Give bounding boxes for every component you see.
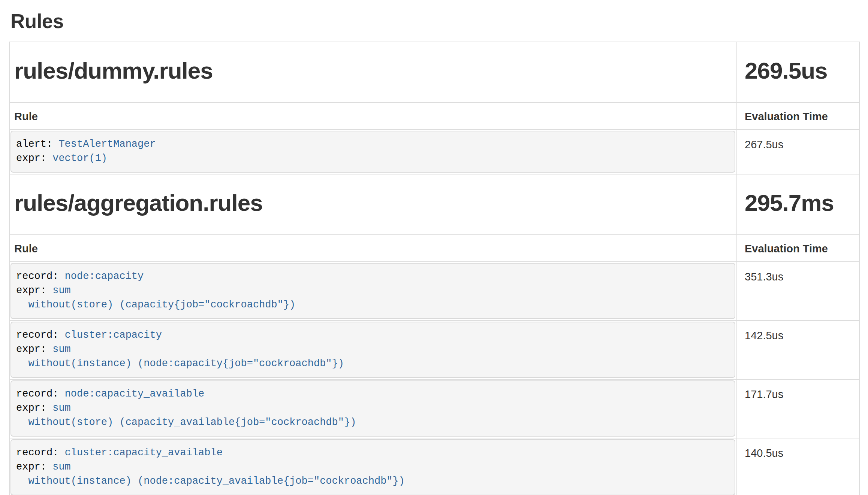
rule-cell: record: node:capacity_available expr: su…: [9, 379, 737, 438]
evaluation-time-column-header: Evaluation Time: [737, 235, 859, 262]
rule-column-header: Rule: [9, 235, 737, 262]
rule-keyword: record:: [16, 271, 65, 282]
rule-link[interactable]: TestAlertManager: [58, 139, 156, 150]
rule-row: record: node:capacity expr: sum without(…: [9, 262, 859, 321]
rule-definition: record: cluster:capacity expr: sum witho…: [10, 322, 735, 378]
rule-link[interactable]: sum without(instance) (node:capacity_ava…: [16, 461, 405, 487]
rules-table: rules/dummy.rules 269.5us Rule Evaluatio…: [9, 42, 860, 495]
rule-link[interactable]: vector(1): [52, 153, 107, 164]
rule-group-evaluation-time: 269.5us: [745, 57, 859, 85]
rule-row: record: cluster:capacity_available expr:…: [9, 438, 859, 495]
column-header-row: Rule Evaluation Time: [9, 103, 859, 130]
rule-link[interactable]: sum without(instance) (node:capacity{job…: [16, 344, 344, 369]
rule-cell: alert: TestAlertManager expr: vector(1): [9, 130, 737, 174]
rule-group-evaluation-time-cell: 295.7ms: [737, 174, 859, 235]
rule-cell: record: cluster:capacity expr: sum witho…: [9, 321, 737, 379]
rule-link[interactable]: sum without(store) (capacity_available{j…: [16, 403, 356, 428]
rule-group-name: rules/aggregation.rules: [14, 189, 736, 217]
rule-keyword: alert:: [16, 139, 58, 150]
rule-evaluation-time: 171.7us: [737, 379, 859, 438]
rule-evaluation-time: 140.5us: [737, 438, 859, 495]
rule-row: alert: TestAlertManager expr: vector(1) …: [9, 130, 859, 174]
rule-row: record: node:capacity_available expr: su…: [9, 379, 859, 438]
rule-keyword: expr:: [16, 461, 52, 473]
rule-keyword: expr:: [16, 344, 52, 355]
rule-definition: record: node:capacity expr: sum without(…: [10, 263, 735, 319]
rule-group-name-cell: rules/dummy.rules: [9, 42, 737, 103]
rule-keyword: expr:: [16, 153, 52, 164]
rule-link[interactable]: node:capacity: [65, 271, 144, 282]
rule-link[interactable]: cluster:capacity_available: [65, 447, 223, 458]
rule-group-header-row: rules/aggregation.rules 295.7ms: [9, 174, 859, 235]
rule-keyword: expr:: [16, 403, 52, 414]
rule-evaluation-time: 142.5us: [737, 321, 859, 379]
rule-definition: record: node:capacity_available expr: su…: [10, 380, 735, 437]
page-title: Rules: [10, 10, 859, 33]
rule-group-evaluation-time: 295.7ms: [745, 189, 859, 217]
rule-group-name: rules/dummy.rules: [14, 57, 736, 85]
rules-page: Rules rules/dummy.rules 269.5us Rule Eva…: [0, 10, 868, 495]
rule-column-header: Rule: [9, 103, 737, 130]
rule-keyword: expr:: [16, 285, 52, 296]
rule-link[interactable]: cluster:capacity: [65, 330, 162, 341]
rule-link[interactable]: sum without(store) (capacity{job="cockro…: [16, 285, 295, 310]
evaluation-time-column-header: Evaluation Time: [737, 103, 859, 130]
column-header-row: Rule Evaluation Time: [9, 235, 859, 262]
rule-cell: record: cluster:capacity_available expr:…: [9, 438, 737, 495]
rule-keyword: record:: [16, 330, 65, 341]
rule-row: record: cluster:capacity expr: sum witho…: [9, 321, 859, 379]
rule-evaluation-time: 351.3us: [737, 262, 859, 321]
rule-evaluation-time: 267.5us: [737, 130, 859, 174]
rule-group-evaluation-time-cell: 269.5us: [737, 42, 859, 103]
rule-definition: alert: TestAlertManager expr: vector(1): [10, 131, 735, 173]
rule-link[interactable]: node:capacity_available: [65, 388, 205, 400]
rule-cell: record: node:capacity expr: sum without(…: [9, 262, 737, 321]
rule-group-name-cell: rules/aggregation.rules: [9, 174, 737, 235]
rule-keyword: record:: [16, 447, 65, 458]
rule-definition: record: cluster:capacity_available expr:…: [10, 439, 735, 495]
rule-group-header-row: rules/dummy.rules 269.5us: [9, 42, 859, 103]
rule-keyword: record:: [16, 388, 65, 400]
